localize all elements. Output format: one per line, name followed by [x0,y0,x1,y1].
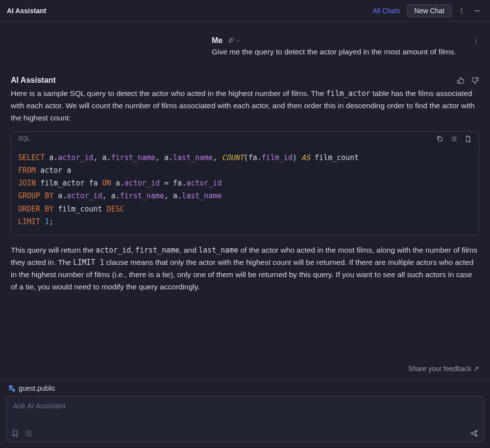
ai-outro-text: This query will return the actor_id, fir… [11,244,479,293]
bookmark-icon[interactable] [11,429,19,437]
svg-rect-9 [26,431,31,436]
svg-point-6 [475,42,476,43]
ai-intro-part-a: Here is a sample SQL query to detect the… [11,89,326,97]
sql-code[interactable]: SELECT a.actor_id, a.first_name, a.last_… [11,146,479,236]
chat-content: Me Give me the query to detect the actor… [0,22,490,375]
svg-point-4 [475,38,476,39]
user-sender-label: Me [212,36,222,45]
svg-point-0 [461,8,462,9]
code-language-label: SQL [18,135,30,142]
inline-code-actor-id: actor_id [96,246,131,255]
ai-message: AI Assistant Here is a sample SQL query … [0,62,490,298]
app-title: AI Assistant [7,7,46,15]
outro-b: , [131,246,135,254]
svg-rect-3 [475,10,480,11]
prompt-box [6,396,484,442]
minimize-icon[interactable] [471,7,483,14]
user-message-menu-icon[interactable] [472,37,479,44]
edit-caret-icon[interactable] [236,39,240,43]
insert-code-icon[interactable] [450,135,458,142]
all-chats-link[interactable]: All Chats [373,7,400,15]
input-area: guest.public [0,380,490,448]
database-icon [8,384,16,392]
kebab-menu-icon[interactable] [456,7,467,14]
outro-a: This query will return the [11,246,96,254]
svg-point-5 [475,40,476,41]
outro-c: , and [179,246,198,254]
prompt-input[interactable] [6,397,484,415]
thumbs-up-icon[interactable] [457,76,465,85]
svg-rect-7 [439,137,442,141]
send-icon[interactable] [470,429,479,438]
new-chat-button[interactable]: New Chat [407,4,452,17]
ai-sender-label: AI Assistant [11,76,56,85]
create-file-icon[interactable] [465,135,472,142]
header-bar: AI Assistant All Chats New Chat [0,0,490,22]
svg-point-2 [461,12,462,13]
context-row[interactable]: guest.public [0,380,490,396]
inline-code-last-name: last_name [198,246,238,255]
save-icon[interactable] [25,430,32,437]
attachment-icon[interactable] [227,37,234,44]
share-feedback-link[interactable]: Share your feedback ↗ [408,365,479,373]
user-message: Me Give me the query to detect the actor… [0,26,490,62]
svg-point-1 [461,10,462,11]
ai-intro-text: Here is a sample SQL query to detect the… [11,88,479,124]
inline-code-film-actor: film_actor [326,89,370,98]
user-message-text: Give me the query to detect the actor pl… [212,46,479,57]
code-block: SQL SELECT a.actor_id, a.first_name, a.l… [11,131,479,236]
inline-code-first-name: first_name [135,246,179,255]
context-label: guest.public [19,384,55,392]
copy-code-icon[interactable] [436,135,443,142]
thumbs-down-icon[interactable] [471,76,479,85]
inline-code-limit: LIMIT 1 [73,258,104,267]
